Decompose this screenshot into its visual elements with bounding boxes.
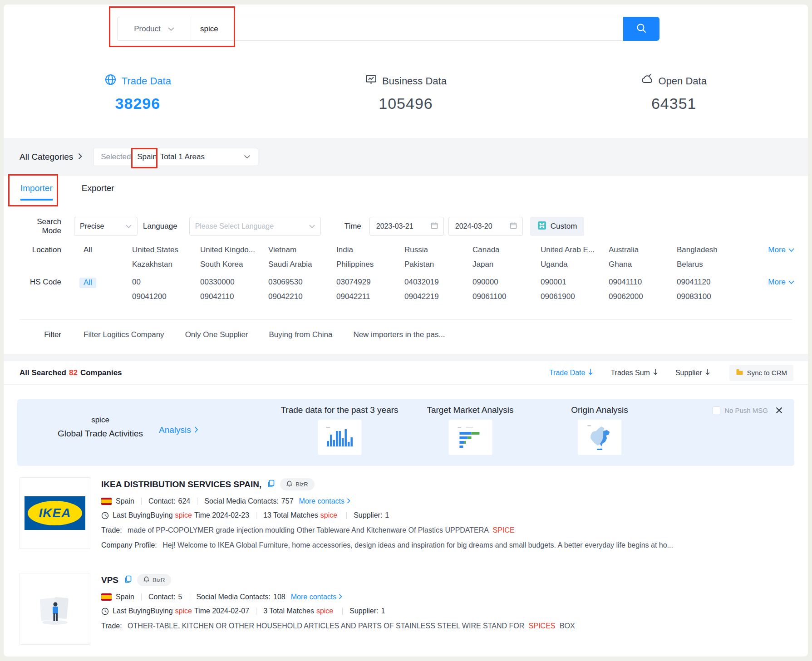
hs-code-item[interactable]: 09042110 (200, 292, 268, 301)
banner-card-label: Trade data for the past 3 years (281, 405, 398, 415)
hs-code-item[interactable]: 09042211 (336, 292, 404, 301)
location-item[interactable]: United Kingdo... (200, 245, 268, 255)
search-category-dropdown[interactable]: Product (118, 17, 191, 40)
no-push-checkbox[interactable] (713, 406, 720, 414)
matches-keyword: spice (316, 607, 333, 615)
location-item[interactable]: Kazakhstan (132, 260, 200, 269)
copy-icon[interactable] (124, 575, 132, 585)
chevron-right-icon (78, 152, 82, 162)
location-item[interactable]: Pakistan (404, 260, 472, 269)
location-item[interactable]: India (336, 245, 404, 255)
more-label: More (768, 278, 786, 287)
hs-code-item[interactable]: 00330000 (200, 278, 268, 287)
company-name[interactable]: IKEA DISTRIBUTION SERVICES SPAIN, (101, 480, 261, 490)
last-buying-time: Time 2024-02-07 (194, 607, 249, 615)
hs-code-item[interactable]: 09061100 (472, 292, 541, 301)
bizr-badge[interactable]: BizR (280, 478, 314, 490)
location-item[interactable]: Philippines (336, 260, 404, 269)
divider (189, 593, 189, 601)
location-item[interactable]: Australia (609, 245, 677, 255)
location-item[interactable]: Canada (472, 245, 541, 255)
bizr-badge[interactable]: BizR (137, 574, 171, 586)
location-item[interactable]: South Korea (200, 260, 268, 269)
hs-code-item[interactable]: 09041120 (677, 278, 745, 287)
bizr-label: BizR (153, 577, 165, 583)
search-button[interactable] (623, 17, 659, 41)
filter-option-new-importers[interactable]: New importers in the pas... (353, 330, 445, 339)
location-all[interactable]: All (61, 245, 132, 255)
hs-code-item[interactable]: 00 (132, 278, 200, 287)
hs-code-item[interactable]: 03069530 (268, 278, 336, 287)
hs-code-item[interactable]: 04032019 (404, 278, 472, 287)
hs-code-item[interactable]: 090001 (541, 278, 609, 287)
analysis-link[interactable]: Analysis (159, 425, 198, 435)
language-select[interactable]: Please Select Language (189, 217, 321, 236)
sort-trade-date[interactable]: Trade Date (549, 368, 593, 377)
hs-code-item[interactable]: 09062000 (609, 292, 677, 301)
hs-code-item[interactable]: 09042210 (268, 292, 336, 301)
more-contacts-link[interactable]: More contacts (299, 497, 350, 505)
sort-trades-sum[interactable]: Trades Sum (610, 368, 658, 377)
filter-option-buying-from-china[interactable]: Buying from China (269, 330, 333, 339)
supplier-label: Supplier: (349, 607, 378, 615)
close-icon[interactable] (776, 407, 782, 414)
category-band: All Categories Selected: Spain Total 1 A… (4, 138, 808, 176)
location-item[interactable]: United Arab E... (541, 245, 609, 255)
filter-option-logistics[interactable]: Filter Logitics Company (84, 330, 164, 339)
trade-line: Trade: made of PP-COPOLYMER grade inject… (101, 526, 792, 534)
banner-card-label: Target Market Analysis (427, 405, 513, 415)
filter-option-one-supplier[interactable]: Only One Supplier (185, 330, 248, 339)
selected-areas-dropdown[interactable]: Selected: Spain Total 1 Areas (93, 148, 258, 166)
sync-to-crm-button[interactable]: Sync to CRM (729, 365, 793, 381)
stat-value: 105496 (379, 95, 433, 113)
hs-code-item[interactable]: 09041200 (132, 292, 200, 301)
location-item[interactable]: Saudi Arabia (268, 260, 336, 269)
hs-code-item[interactable]: 09041110 (609, 278, 677, 287)
hs-code-item[interactable]: 09061900 (541, 292, 609, 301)
location-item[interactable]: Uganda (541, 260, 609, 269)
custom-time-button[interactable]: Custom (530, 217, 585, 236)
tab-exporter[interactable]: Exporter (82, 183, 114, 201)
banner-card-trade-data[interactable]: Trade data for the past 3 years (281, 405, 398, 455)
placeholder-illustration (28, 581, 82, 637)
results-section: All Searched 82 Companies Trade Date Tra… (4, 361, 808, 645)
company-logo[interactable]: IKEA (20, 477, 90, 549)
date-end-input[interactable]: 2024-03-20 (448, 217, 523, 236)
location-item[interactable]: United States (132, 245, 200, 255)
company-logo[interactable] (20, 573, 90, 645)
company-card-ikea: IKEA IKEA DISTRIBUTION SERVICES SPAIN, B… (4, 477, 808, 549)
location-item[interactable]: Vietnam (268, 245, 336, 255)
banner-card-origin[interactable]: Origin Analysis (571, 405, 628, 455)
hs-code-all[interactable]: All (79, 278, 96, 288)
stat-open-data[interactable]: Open Data 64351 (540, 73, 808, 138)
command-icon (537, 221, 546, 232)
last-buying-time: Time 2024-02-23 (194, 511, 249, 519)
all-categories-link[interactable]: All Categories (20, 152, 82, 162)
banner-card-target-market[interactable]: Target Market Analysis (427, 405, 513, 455)
location-item[interactable]: Russia (404, 245, 472, 255)
location-more-link[interactable]: More (745, 245, 808, 255)
more-contacts-link[interactable]: More contacts (291, 593, 342, 601)
sort-label: Trades Sum (610, 369, 650, 377)
location-item[interactable]: Japan (472, 260, 541, 269)
hs-code-item[interactable]: 03074929 (336, 278, 404, 287)
search-input[interactable] (191, 24, 623, 34)
copy-icon[interactable] (267, 480, 275, 490)
search-mode-select[interactable]: Precise (74, 217, 138, 236)
stat-business-data[interactable]: Business Data 105496 (272, 73, 540, 138)
sort-supplier[interactable]: Supplier (675, 368, 710, 377)
location-item[interactable]: Ghana (609, 260, 677, 269)
company-name[interactable]: VPS (101, 575, 118, 585)
location-item[interactable]: Belarus (677, 260, 745, 269)
tab-importer[interactable]: Importer (20, 183, 53, 201)
location-item[interactable]: Bangladesh (677, 245, 745, 255)
hs-code-item[interactable]: 09083100 (677, 292, 745, 301)
trade-keyword: SPICES (529, 622, 556, 630)
stat-trade-data[interactable]: Trade Data 38296 (4, 73, 272, 138)
hs-code-item[interactable]: 090000 (472, 278, 541, 287)
hs-code-more-link[interactable]: More (745, 278, 808, 287)
date-start-input[interactable]: 2023-03-21 (369, 217, 444, 236)
sort-label: Supplier (675, 369, 702, 377)
all-categories-label: All Categories (20, 152, 73, 162)
hs-code-item[interactable]: 09042219 (404, 292, 472, 301)
